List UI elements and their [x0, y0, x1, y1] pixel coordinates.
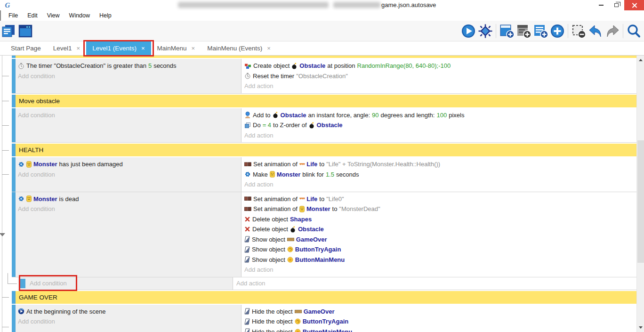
add-condition-button[interactable]: Add condition: [18, 110, 238, 121]
action-line[interactable]: Create object Obstacle at position Rando…: [244, 61, 634, 71]
add-action-button[interactable]: Add action: [236, 278, 265, 289]
comment-row[interactable]: HEALTH: [12, 143, 636, 157]
menu-file[interactable]: File: [4, 12, 23, 19]
scene-editor-button[interactable]: [17, 22, 34, 40]
condition-line[interactable]: Monster is dead: [18, 194, 238, 204]
vertical-scrollbar[interactable]: [636, 56, 644, 332]
object-link[interactable]: Life: [306, 161, 317, 168]
add-condition-button[interactable]: Add condition: [18, 71, 238, 81]
object-link[interactable]: ButtonTryAgain: [303, 318, 349, 325]
add-condition-button[interactable]: Add condition: [25, 278, 67, 289]
action-line[interactable]: Set animation of Monster to "MonsterDead…: [244, 204, 634, 214]
menu-help[interactable]: Help: [95, 12, 116, 19]
event-row[interactable]: Monster has just been damagedAdd conditi…: [12, 157, 636, 192]
action-line[interactable]: Set animation of ♥♥♥Life to "Life0": [244, 194, 634, 204]
event-row[interactable]: Add conditionAdd to Obstacle an instant …: [12, 108, 636, 143]
add-comment-button[interactable]: [532, 22, 549, 40]
action-line[interactable]: Reset the timer "ObstacleCreation": [244, 71, 634, 81]
action-line[interactable]: Show object GameOver: [244, 235, 634, 245]
scroll-down-arrow[interactable]: [639, 326, 643, 329]
action-line[interactable]: Set animation of ♥♥♥Life to "Life" + ToS…: [244, 159, 634, 170]
add-plus-button[interactable]: [549, 22, 566, 40]
add-action-button[interactable]: Add action: [244, 130, 634, 141]
search-button[interactable]: [625, 22, 642, 40]
tab-start-page[interactable]: Start Page: [5, 41, 47, 55]
object-link[interactable]: Monster: [33, 161, 57, 168]
action-line[interactable]: Show object ButtonMainMenu: [244, 255, 634, 265]
menu-window[interactable]: Window: [64, 12, 95, 19]
event-handle-bar[interactable]: [12, 144, 16, 156]
add-condition-button[interactable]: Add condition: [18, 204, 238, 214]
action-line[interactable]: Hide the object ButtonMainMenu: [244, 327, 634, 332]
object-link[interactable]: ButtonMainMenu: [303, 328, 352, 332]
object-link[interactable]: Monster: [277, 171, 301, 178]
event-handle-bar[interactable]: [12, 108, 16, 143]
object-link[interactable]: Shapes: [290, 216, 312, 223]
object-link[interactable]: Obstacle: [281, 112, 306, 119]
object-link[interactable]: ButtonMainMenu: [295, 256, 345, 263]
comment-row[interactable]: GAME OVER: [12, 290, 636, 305]
event-handle-bar[interactable]: [12, 192, 16, 277]
action-line[interactable]: Delete object Shapes: [244, 214, 634, 225]
tab-close-icon[interactable]: ×: [77, 45, 80, 52]
tab-level1-events[interactable]: Level1 (Events)×: [86, 41, 151, 55]
event-row[interactable]: At the beginning of the sceneAdd conditi…: [12, 305, 636, 332]
action-line[interactable]: Make Monster blink for 1.5 seconds: [244, 170, 634, 180]
minimize-button[interactable]: [594, 0, 608, 10]
add-subevent-button[interactable]: [515, 22, 532, 40]
action-line[interactable]: Show object ButtonTryAgain: [244, 244, 634, 255]
object-link[interactable]: ButtonTryAgain: [295, 246, 341, 253]
action-line[interactable]: Hide the object ButtonTryAgain: [244, 316, 634, 327]
action-line[interactable]: Do = 4 to Z-order of Obstacle: [244, 120, 634, 130]
event-handle-bar[interactable]: [12, 59, 16, 93]
tab-close-icon[interactable]: ×: [192, 45, 195, 52]
condition-line[interactable]: At the beginning of the scene: [18, 307, 238, 317]
event-handle-bar[interactable]: [12, 95, 16, 107]
sub-event-row[interactable]: Add conditionAdd action: [18, 277, 636, 290]
action-line[interactable]: Delete object Obstacle: [244, 224, 634, 235]
tab-mainmenu-events[interactable]: MainMenu (Events)×: [201, 41, 277, 55]
object-link[interactable]: Obstacle: [317, 121, 343, 129]
menu-edit[interactable]: Edit: [23, 12, 42, 19]
add-condition-button[interactable]: Add condition: [18, 316, 238, 327]
object-link[interactable]: GameOver: [296, 236, 327, 243]
delete-event-button[interactable]: [570, 22, 587, 40]
object-link[interactable]: Monster: [33, 195, 57, 202]
condition-line[interactable]: The timer "ObstacleCreation" is greater …: [18, 61, 238, 71]
add-event-button[interactable]: [498, 22, 515, 40]
event-row[interactable]: Monster is deadAdd conditionSet animatio…: [12, 192, 636, 277]
event-row[interactable]: The timer "ObstacleCreation" is greater …: [12, 59, 636, 94]
redo-button[interactable]: [604, 22, 621, 40]
event-handle-bar[interactable]: [12, 305, 16, 332]
tab-close-icon[interactable]: ×: [141, 45, 145, 52]
play-button[interactable]: [460, 22, 477, 40]
project-manager-button[interactable]: [0, 22, 17, 40]
comment-row[interactable]: Move obstacle: [12, 94, 636, 108]
object-link[interactable]: Monster: [306, 205, 330, 212]
event-handle-bar[interactable]: [20, 279, 25, 288]
object-link[interactable]: Obstacle: [299, 62, 325, 69]
undo-button[interactable]: [587, 22, 604, 40]
event-handle-bar[interactable]: [12, 291, 16, 304]
restore-button[interactable]: [609, 0, 623, 10]
add-condition-button[interactable]: Add condition: [18, 170, 238, 180]
debug-button[interactable]: [477, 22, 494, 40]
tab-level1[interactable]: Level1×: [47, 41, 86, 55]
add-action-button[interactable]: Add action: [244, 81, 634, 91]
event-handle-bar[interactable]: [12, 157, 16, 192]
scroll-up-arrow[interactable]: [639, 59, 643, 61]
add-action-button[interactable]: Add action: [244, 179, 634, 190]
action-line[interactable]: Hide the object GameOver: [244, 307, 634, 317]
action-line[interactable]: Add to Obstacle an instant force, angle:…: [244, 110, 634, 121]
tab-close-icon[interactable]: ×: [267, 45, 271, 52]
menu-view[interactable]: View: [42, 12, 64, 19]
add-action-button[interactable]: Add action: [244, 265, 634, 275]
object-link[interactable]: GameOver: [304, 308, 335, 315]
comment-row[interactable]: [12, 56, 636, 59]
scroll-thumb[interactable]: [637, 140, 644, 263]
condition-line[interactable]: Monster has just been damaged: [18, 159, 238, 170]
tab-mainmenu[interactable]: MainMenu×: [151, 41, 201, 55]
event-handle-bar[interactable]: [12, 56, 16, 58]
close-button[interactable]: [624, 0, 644, 10]
object-link[interactable]: Obstacle: [298, 226, 324, 233]
